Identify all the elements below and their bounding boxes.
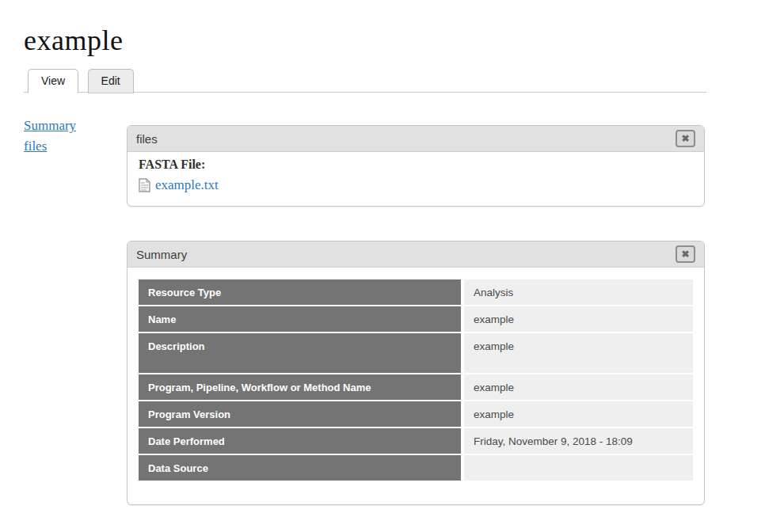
row-value (464, 455, 693, 481)
tab-bar: View Edit (24, 68, 706, 93)
file-row: example.txt (139, 177, 693, 193)
row-value: example (464, 333, 693, 373)
table-row: Name example (139, 306, 693, 332)
summary-panel-title: Summary (136, 248, 187, 261)
files-panel-body: FASTA File: example (128, 152, 704, 206)
row-label: Date Performed (139, 428, 461, 454)
row-value: example (464, 401, 693, 427)
table-row: Data Source (139, 455, 693, 481)
sidebar-link-files[interactable]: files (24, 136, 47, 157)
page-title: example (24, 24, 741, 57)
page: example View Edit Summary files files ✖ … (0, 0, 765, 532)
row-value: example (464, 374, 693, 400)
sidebar-nav-item: Summary (24, 116, 127, 136)
row-label: Data Source (139, 455, 461, 481)
text-document-icon (139, 178, 150, 192)
files-panel-title: files (136, 132, 158, 146)
table-row: Program, Pipeline, Workflow or Method Na… (139, 374, 693, 400)
row-label: Description (139, 333, 461, 373)
summary-panel-body: Resource Type Analysis Name example Desc… (128, 268, 704, 504)
files-panel: files ✖ FASTA File: (127, 125, 705, 207)
row-value: example (464, 306, 693, 332)
table-row: Resource Type Analysis (139, 279, 693, 305)
content-area: Summary files files ✖ FASTA File: (24, 116, 741, 532)
fasta-file-label: FASTA File: (139, 158, 693, 172)
table-row: Description example (139, 333, 693, 373)
summary-table: Resource Type Analysis Name example Desc… (139, 279, 693, 482)
table-row: Program Version example (139, 401, 693, 427)
table-row: Date Performed Friday, November 9, 2018 … (139, 428, 693, 454)
sidebar-nav-item: files (24, 136, 127, 157)
close-icon[interactable]: ✖ (676, 245, 695, 263)
row-label: Program Version (139, 401, 461, 427)
summary-panel-header: Summary ✖ (128, 241, 704, 268)
tab-view[interactable]: View (28, 69, 78, 93)
tab-edit[interactable]: Edit (88, 69, 134, 93)
files-panel-header: files ✖ (128, 126, 704, 152)
summary-panel: Summary ✖ Resource Type Analysis Name ex… (127, 241, 705, 505)
sidebar: Summary files (24, 116, 127, 532)
row-value: Friday, November 9, 2018 - 18:09 (464, 428, 693, 454)
close-icon[interactable]: ✖ (676, 130, 695, 147)
row-value: Analysis (464, 279, 693, 305)
main-column: files ✖ FASTA File: (127, 116, 705, 532)
sidebar-link-summary[interactable]: Summary (24, 116, 76, 136)
row-label: Program, Pipeline, Workflow or Method Na… (139, 374, 461, 400)
file-link[interactable]: example.txt (155, 177, 219, 193)
row-label: Resource Type (139, 279, 461, 305)
row-label: Name (139, 306, 461, 332)
